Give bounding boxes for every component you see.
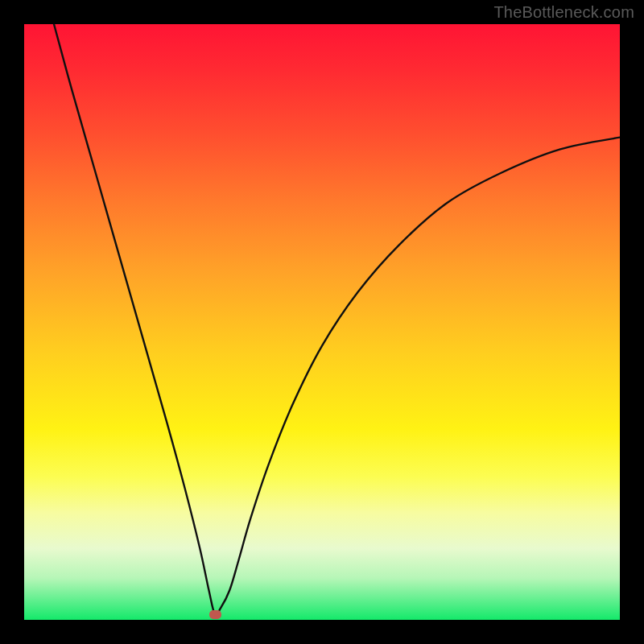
plot-area: [24, 24, 620, 620]
optimal-point-marker: [209, 610, 221, 619]
curve-svg: [24, 24, 620, 620]
bottleneck-curve-path: [54, 24, 620, 615]
watermark-label: TheBottleneck.com: [493, 3, 634, 22]
chart-frame: TheBottleneck.com: [0, 0, 644, 644]
